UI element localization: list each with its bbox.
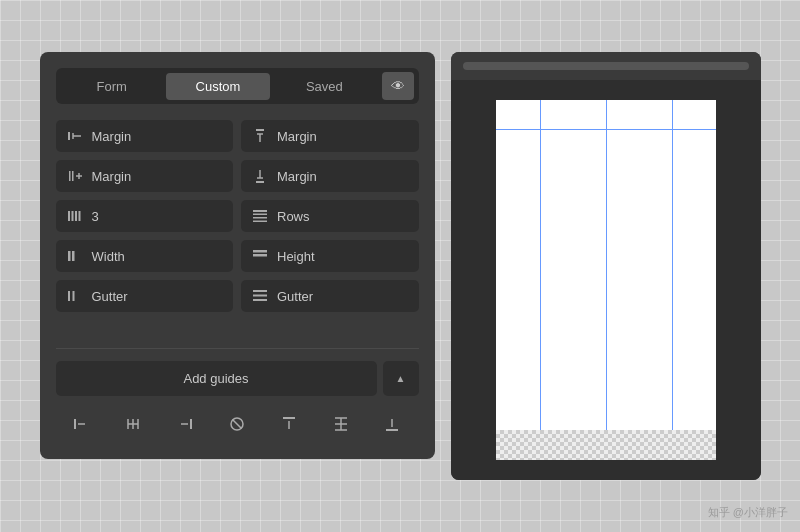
rows-label: Rows — [277, 209, 310, 224]
height-icon — [251, 248, 269, 264]
columns-label: 3 — [92, 209, 99, 224]
tab-saved[interactable]: Saved — [272, 73, 376, 100]
margin-left-icon — [66, 128, 84, 144]
field-rows[interactable]: Rows — [241, 200, 419, 232]
svg-rect-0 — [68, 132, 70, 140]
triangle-icon: ▲ — [396, 373, 406, 384]
tab-custom[interactable]: Custom — [166, 73, 270, 100]
svg-rect-10 — [256, 181, 264, 183]
icon-toolbar — [56, 408, 419, 443]
eye-button[interactable]: 👁 — [382, 72, 414, 100]
tab-bar: Form Custom Saved 👁 — [56, 68, 419, 104]
margin-left-label: Margin — [92, 129, 132, 144]
width-label: Width — [92, 249, 125, 264]
add-guides-row: Add guides ▲ — [56, 361, 419, 396]
svg-rect-18 — [253, 214, 267, 216]
page-preview — [496, 100, 716, 460]
svg-rect-23 — [253, 250, 267, 253]
main-container: Form Custom Saved 👁 — [40, 52, 761, 480]
canvas-scrollbar[interactable] — [463, 62, 749, 70]
eye-icon: 👁 — [391, 78, 405, 94]
canvas-area — [451, 80, 761, 480]
left-panel: Form Custom Saved 👁 — [40, 52, 435, 459]
guide-line-1 — [540, 100, 541, 460]
toolbar-right-icon[interactable] — [171, 412, 199, 439]
gutter-v-label: Gutter — [92, 289, 128, 304]
svg-rect-28 — [253, 295, 267, 297]
guide-line-2 — [606, 100, 607, 460]
margin-top-icon — [251, 128, 269, 144]
svg-rect-29 — [253, 299, 267, 301]
collapse-button[interactable]: ▲ — [383, 361, 419, 396]
toolbar-top-icon[interactable] — [275, 412, 303, 439]
margin-bottom-label: Margin — [277, 169, 317, 184]
field-columns[interactable]: 3 — [56, 200, 234, 232]
field-height[interactable]: Height — [241, 240, 419, 272]
gutter-v-icon — [66, 288, 84, 304]
svg-rect-15 — [75, 211, 77, 221]
svg-rect-6 — [69, 171, 71, 181]
toolbar-center-h-icon[interactable] — [119, 412, 147, 439]
height-label: Height — [277, 249, 315, 264]
rows-icon — [251, 208, 269, 224]
margin-right-icon — [66, 168, 84, 184]
svg-rect-25 — [68, 291, 70, 301]
svg-line-39 — [232, 420, 241, 429]
bottom-section: Add guides ▲ — [56, 348, 419, 443]
toolbar-no-icon[interactable] — [223, 412, 251, 439]
add-guides-button[interactable]: Add guides — [56, 361, 377, 396]
field-gutter-h[interactable]: Gutter — [241, 280, 419, 312]
width-icon — [66, 248, 84, 264]
page-bottom-checker — [496, 430, 716, 460]
svg-rect-20 — [253, 221, 267, 223]
svg-rect-19 — [253, 217, 267, 219]
svg-rect-16 — [78, 211, 80, 221]
svg-rect-22 — [72, 251, 75, 261]
toolbar-center-v-icon[interactable] — [327, 412, 355, 439]
columns-icon — [66, 208, 84, 224]
svg-rect-26 — [72, 291, 74, 301]
right-panel: 知乎 @小洋胖子 — [451, 52, 761, 480]
svg-rect-7 — [72, 171, 74, 181]
gutter-h-icon — [251, 288, 269, 304]
canvas-header — [451, 52, 761, 80]
field-margin-right[interactable]: Margin — [56, 160, 234, 192]
toolbar-bottom-icon[interactable] — [378, 412, 406, 439]
field-gutter-v[interactable]: Gutter — [56, 280, 234, 312]
svg-rect-13 — [68, 211, 70, 221]
field-width[interactable]: Width — [56, 240, 234, 272]
svg-rect-21 — [68, 251, 71, 261]
svg-rect-27 — [253, 290, 267, 292]
fields-grid: Margin Margin — [56, 120, 419, 312]
field-margin-left[interactable]: Margin — [56, 120, 234, 152]
svg-rect-17 — [253, 210, 267, 212]
guide-line-top — [496, 129, 716, 130]
gutter-h-label: Gutter — [277, 289, 313, 304]
margin-bottom-icon — [251, 168, 269, 184]
svg-rect-24 — [253, 254, 267, 257]
svg-rect-14 — [71, 211, 73, 221]
guide-line-3 — [672, 100, 673, 460]
margin-right-label: Margin — [92, 169, 132, 184]
field-margin-top[interactable]: Margin — [241, 120, 419, 152]
field-margin-bottom[interactable]: Margin — [241, 160, 419, 192]
svg-rect-3 — [256, 129, 264, 131]
margin-top-label: Margin — [277, 129, 317, 144]
toolbar-left-icon[interactable] — [67, 412, 95, 439]
tab-form[interactable]: Form — [60, 73, 164, 100]
